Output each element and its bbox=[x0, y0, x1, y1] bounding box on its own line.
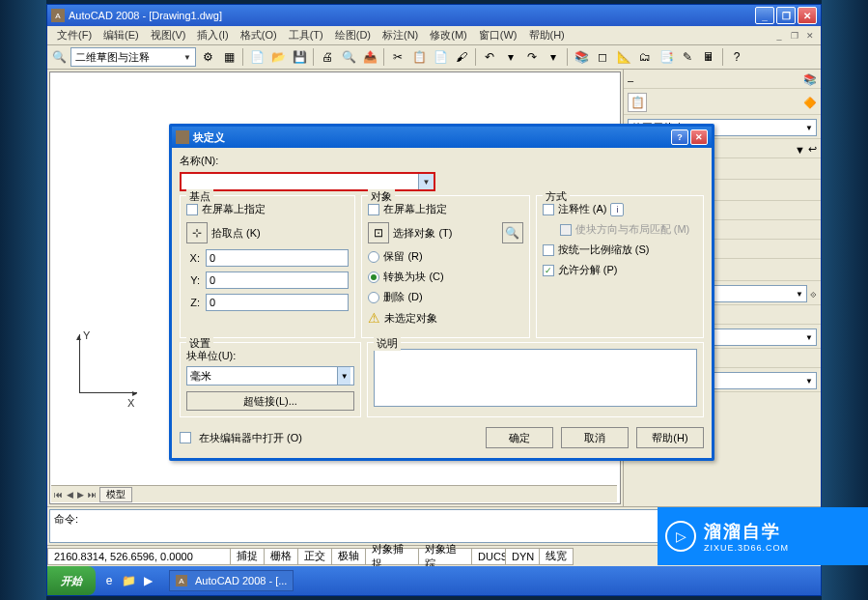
dropdown-arrow-icon[interactable]: ▼ bbox=[418, 174, 434, 189]
mode-otrack[interactable]: 对象追踪 bbox=[418, 548, 472, 565]
taskbar-app-item[interactable]: A AutoCAD 2008 - [... bbox=[169, 570, 294, 591]
ok-button[interactable]: 确定 bbox=[486, 427, 553, 448]
redo-drop-icon[interactable]: ▾ bbox=[544, 47, 563, 67]
ie-icon[interactable]: e bbox=[101, 573, 117, 588]
paste-icon[interactable]: 📄 bbox=[431, 47, 450, 67]
select-objects-button[interactable]: ⊡ bbox=[368, 222, 389, 243]
calc-icon[interactable]: 🖩 bbox=[699, 47, 718, 67]
publish-icon[interactable]: 📤 bbox=[360, 47, 379, 67]
previous-layer-icon[interactable]: ↩ bbox=[808, 143, 817, 156]
quick-select-button[interactable]: 🔍 bbox=[502, 222, 523, 243]
new-icon[interactable]: 📄 bbox=[247, 47, 266, 67]
close-button[interactable]: ✕ bbox=[798, 7, 817, 24]
dialog-title-bar[interactable]: 块定义 ? ✕ bbox=[172, 127, 712, 148]
anno-scale-icon[interactable]: ⟐ bbox=[810, 288, 817, 300]
mode-osnap[interactable]: 对象捕捉 bbox=[365, 548, 419, 565]
menu-window[interactable]: 窗口(W) bbox=[473, 26, 523, 44]
objects-onscreen-checkbox[interactable] bbox=[368, 204, 379, 215]
menu-insert[interactable]: 插入(I) bbox=[191, 26, 234, 44]
dialog-close-button[interactable]: ✕ bbox=[690, 129, 708, 145]
mode-polar[interactable]: 极轴 bbox=[331, 548, 366, 565]
dialog-help-button[interactable]: ? bbox=[671, 129, 688, 145]
copy-icon[interactable]: 📋 bbox=[409, 47, 429, 67]
mode-ortho[interactable]: 正交 bbox=[297, 548, 332, 565]
base-onscreen-checkbox[interactable] bbox=[186, 204, 198, 215]
mode-dyn[interactable]: DYN bbox=[505, 548, 540, 565]
help-button[interactable]: 帮助(H) bbox=[636, 427, 704, 448]
menu-bar: 文件(F) 编辑(E) 视图(V) 插入(I) 格式(O) 工具(T) 绘图(D… bbox=[47, 26, 821, 45]
insert-icon[interactable]: 📐 bbox=[614, 47, 633, 67]
z-input[interactable] bbox=[206, 294, 349, 311]
dropdown-arrow-icon[interactable]: ▼ bbox=[795, 144, 805, 156]
tool-palettes-icon[interactable]: 🗂 bbox=[635, 47, 655, 67]
y-input[interactable] bbox=[206, 271, 349, 289]
tab-next-icon[interactable]: ▶ bbox=[76, 490, 85, 500]
minimize-button[interactable]: _ bbox=[755, 7, 774, 24]
hyperlink-button[interactable]: 超链接(L)... bbox=[186, 391, 354, 411]
cut-icon[interactable]: ✂ bbox=[388, 47, 407, 67]
mode-ducs[interactable]: DUCS bbox=[471, 548, 506, 565]
pick-point-button[interactable]: ⊹ bbox=[186, 222, 208, 243]
gear-icon[interactable]: ⚙ bbox=[198, 47, 217, 67]
model-tab[interactable]: 模型 bbox=[99, 487, 132, 502]
menu-modify[interactable]: 修改(M) bbox=[424, 26, 473, 44]
palette-icon[interactable]: ▦ bbox=[219, 47, 238, 67]
menu-dimension[interactable]: 标注(N) bbox=[377, 26, 424, 44]
mdi-restore-icon[interactable]: ❐ bbox=[788, 29, 801, 43]
mode-snap[interactable]: 捕捉 bbox=[230, 548, 265, 565]
layers-panel-icon[interactable]: 📚 bbox=[803, 73, 817, 86]
annotative-checkbox[interactable] bbox=[543, 204, 554, 215]
media-icon[interactable]: ▶ bbox=[140, 573, 155, 588]
description-textarea[interactable] bbox=[374, 349, 697, 407]
markup-icon[interactable]: ✎ bbox=[678, 47, 697, 67]
menu-edit[interactable]: 编辑(E) bbox=[98, 26, 145, 44]
block-unit-combo[interactable]: 毫米 ▼ bbox=[186, 366, 354, 386]
undo-icon[interactable]: ↶ bbox=[480, 47, 499, 67]
mdi-close-icon[interactable]: ✕ bbox=[803, 29, 817, 43]
preview-icon[interactable]: 🔍 bbox=[339, 47, 358, 67]
match-icon[interactable]: 🖌 bbox=[452, 47, 471, 67]
x-input[interactable] bbox=[206, 249, 349, 267]
menu-help[interactable]: 帮助(H) bbox=[523, 26, 571, 44]
tab-last-icon[interactable]: ⏭ bbox=[87, 490, 98, 500]
uniform-scale-checkbox[interactable] bbox=[543, 244, 554, 256]
layer-manager-icon[interactable]: 📋 bbox=[628, 93, 647, 112]
mode-lwt[interactable]: 线宽 bbox=[539, 548, 574, 565]
menu-tools[interactable]: 工具(T) bbox=[283, 26, 329, 44]
tab-prev-icon[interactable]: ◀ bbox=[66, 490, 74, 500]
cancel-button[interactable]: 取消 bbox=[561, 427, 629, 448]
explorer-icon[interactable]: 📁 bbox=[121, 573, 136, 588]
start-button[interactable]: 开始 bbox=[47, 566, 96, 595]
allow-explode-checkbox[interactable]: ✓ bbox=[543, 265, 554, 276]
block-name-combo[interactable]: ▼ bbox=[180, 172, 435, 191]
save-icon[interactable]: 💾 bbox=[290, 47, 309, 67]
restore-button[interactable]: ❐ bbox=[776, 7, 796, 24]
basepoint-legend: 基点 bbox=[186, 189, 213, 204]
delete-radio[interactable] bbox=[368, 292, 379, 303]
y-label: Y: bbox=[186, 274, 200, 286]
redo-icon[interactable]: ↷ bbox=[522, 47, 542, 67]
undo-drop-icon[interactable]: ▾ bbox=[501, 47, 520, 67]
sheet-icon[interactable]: 📑 bbox=[657, 47, 676, 67]
convert-radio[interactable] bbox=[368, 271, 379, 283]
retain-radio[interactable] bbox=[368, 251, 379, 263]
dash-icon[interactable]: – bbox=[628, 74, 633, 86]
menu-view[interactable]: 视图(V) bbox=[145, 26, 192, 44]
mode-grid[interactable]: 栅格 bbox=[264, 548, 298, 565]
help-icon[interactable]: ? bbox=[727, 47, 746, 67]
open-block-editor-checkbox[interactable] bbox=[180, 432, 191, 443]
menu-draw[interactable]: 绘图(D) bbox=[329, 26, 377, 44]
workspace-combo[interactable]: 二维草图与注释 ▼ bbox=[70, 47, 196, 67]
menu-format[interactable]: 格式(O) bbox=[235, 26, 283, 44]
mdi-minimize-icon[interactable]: _ bbox=[772, 29, 786, 43]
info-icon[interactable]: i bbox=[610, 203, 624, 216]
print-icon[interactable]: 🖨 bbox=[318, 47, 337, 67]
dropdown-arrow-icon: ▼ bbox=[183, 53, 191, 62]
layer-filter-icon[interactable]: 🔶 bbox=[803, 97, 817, 109]
menu-file[interactable]: 文件(F) bbox=[51, 26, 98, 44]
open-icon[interactable]: 📂 bbox=[268, 47, 288, 67]
block-icon[interactable]: ◻ bbox=[593, 47, 612, 67]
layers-icon[interactable]: 📚 bbox=[572, 47, 591, 67]
magnifier-icon[interactable]: 🔍 bbox=[49, 47, 69, 67]
tab-first-icon[interactable]: ⏮ bbox=[53, 490, 64, 500]
